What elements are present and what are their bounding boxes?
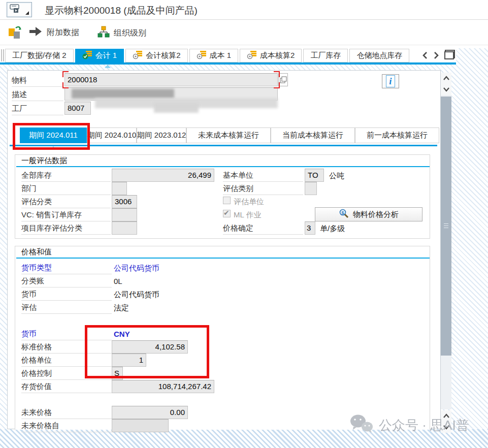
scrollbar-grip [444,223,448,224]
period-tab-current-costing-run[interactable]: 当前成本核算运行 [271,127,355,143]
keys-icon [197,51,206,61]
valuation-class-field[interactable]: 3006 [112,195,137,208]
material-label: 物料 [12,75,63,87]
tab-label: 成本核算2 [260,51,295,60]
org-levels-label: 组织级别 [114,28,146,39]
division-label: 部门 [21,183,111,195]
vc-sales-order-stock-label: VC: 销售订单库存 [21,210,111,221]
tab-plant-stock[interactable]: 工厂库存 [303,49,348,62]
tab-stack-line [1,49,2,61]
active-tab-notch [105,65,111,68]
tab-label: 会计 1 [95,51,117,60]
ledger-value: 0L [114,276,122,287]
display-change-icon[interactable] [7,25,23,42]
ledger-label: 分类账 [21,276,112,287]
material-price-analysis-label: 物料价格分析 [353,210,399,219]
additional-data-label: 附加数据 [47,27,79,38]
keys-icon [133,51,142,61]
valuation-unit-checkbox[interactable] [223,197,231,204]
tab-storage-location-stock[interactable]: 仓储地点库存 [349,49,409,62]
organization-levels-button[interactable]: 组织级别 [97,26,146,40]
dropdown-corner-icon [25,11,29,15]
scrollbar-thumb[interactable] [441,97,451,356]
org-levels-icon [97,26,110,40]
price-determination-label: 价格确定 [223,223,303,235]
tab-stack-line [3,49,4,61]
valuation-category-label: 评估类别 [223,183,303,195]
base-unit-name: 公吨 [329,170,344,181]
inventory-value-field[interactable]: 108,714,267.42 [112,380,214,393]
valuation-unit-label: 评估单位 [234,197,264,208]
title-bar: 显示物料2000018 (成品及中间产品) [0,0,488,20]
group-title-rule [16,258,430,259]
tab-label: 工厂库存 [310,51,341,60]
period-tab-label: 未来成本核算运行 [198,131,259,140]
scrollbar-up-button[interactable] [441,73,451,84]
annotation-box-price-fields [85,325,209,378]
tab-costing-2[interactable]: 成本核算2 [240,49,302,62]
tab-overview-icon[interactable] [444,49,456,59]
vc-sales-order-stock-field[interactable] [112,208,137,221]
tab-label: 仓储地点库存 [356,51,402,60]
future-price-from-field[interactable] [112,419,169,432]
prices-values-group: 价格和值 货币类型 公司代码货币 分类账 0L 货币 公司代码货币 评估 法定 … [15,246,430,430]
tab-plant-data-storage-2[interactable]: 工厂数据/存储 2 [5,49,74,62]
tab-label: 会计核算2 [146,51,180,60]
total-stock-label: 全部库存 [21,170,111,182]
info-button[interactable]: i [382,74,399,88]
period-tab-previous-costing-run[interactable]: 前一成本核算运行 [355,127,439,143]
window-title: 显示物料2000018 (成品及中间产品) [45,4,198,17]
inventory-value-label: 存货价值 [21,381,112,393]
scrollbar-down-button[interactable] [441,84,451,95]
total-stock-field[interactable]: 26,499 [112,169,214,182]
additional-data-button[interactable]: 附加数据 [28,26,79,39]
price-determination-field[interactable]: 3 [305,221,315,235]
valuation-class-label: 评估分类 [21,197,111,208]
currency-type-value: 公司代码货币 [114,263,159,274]
scrollbar-grip [444,228,448,228]
future-price-from-label: 未来价格自 [21,421,112,432]
period-tab-label: 期间 2024.010 [87,131,137,140]
services-for-object-button[interactable] [7,2,32,17]
valuation-label: 评估 [21,302,112,314]
tab-label: 工厂数据/存储 2 [12,51,67,60]
redaction-blur [154,103,199,113]
plant-field[interactable]: 8007 [64,102,91,115]
matchcode-button[interactable] [278,73,288,86]
overlapping-windows-icon [280,76,287,83]
tab-costing-1[interactable]: 成本 1 [189,49,239,62]
green-check-icon [82,51,92,61]
scrollbar-grip [444,226,448,226]
base-unit-field[interactable]: TO [305,169,324,182]
material-field[interactable]: 2000018 [64,73,278,86]
future-price-label: 未来价格 [21,407,112,419]
period-tab-2023-012[interactable]: 期间 2023.012 [137,127,186,143]
speech-bubble-icon [10,4,25,14]
division-field[interactable] [112,182,127,195]
future-price-field[interactable]: 0.00 [112,406,188,419]
valuation-category-field[interactable] [305,182,317,195]
base-unit-label: 基本单位 [223,170,303,182]
material-price-analysis-button[interactable]: $ 物料价格分析 [315,207,422,221]
ml-active-label: ML 作业 [234,210,261,221]
annotation-box-period-tab [13,123,90,150]
plant-label: 工厂 [12,104,63,115]
tab-scroll-left-icon[interactable] [421,51,430,61]
tab-accounting-2[interactable]: 会计核算2 [125,49,187,62]
project-stock-valuation-class-field[interactable] [112,221,137,235]
group-title-rule [16,166,430,167]
period-tab-2024-010[interactable]: 期间 2024.010 [87,127,137,143]
period-tab-label: 期间 2023.012 [137,131,186,140]
tab-accounting-1[interactable]: 会计 1 [75,49,124,62]
watermark-text: 公众号 · 思AI普 [379,417,469,434]
currency-type-label[interactable]: 货币类型 [21,263,112,274]
period-tab-future-costing-run[interactable]: 未来成本核算运行 [186,127,271,143]
main-tab-strip: 工厂数据/存储 2 会计 1 会计核算2 [5,49,409,62]
ml-active-checkbox[interactable] [223,210,231,217]
tab-scroll-right-icon[interactable] [433,51,441,61]
currency-label: 货币 [21,289,112,301]
description-label: 描述 [12,89,63,101]
period-tab-label: 当前成本核算运行 [282,131,343,140]
valuation-value: 法定 [114,302,129,313]
redaction-blur [72,89,174,99]
